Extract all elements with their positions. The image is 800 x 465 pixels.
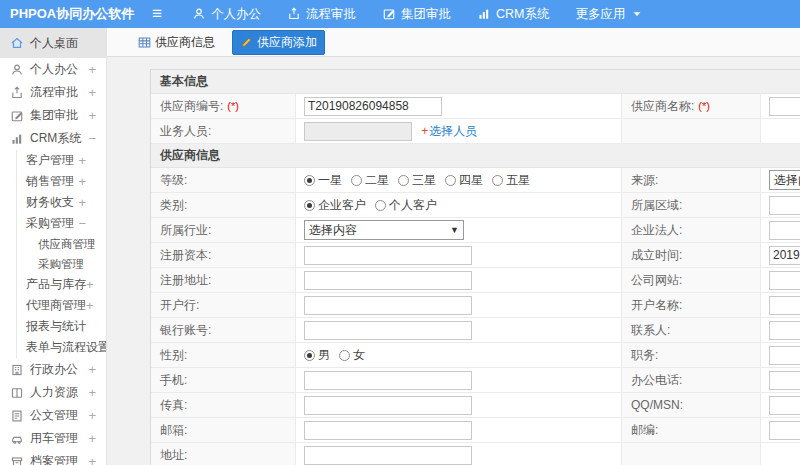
nav-item-personal-office[interactable]: 个人办公 — [192, 6, 261, 23]
sidebar-item-crm-system[interactable]: CRM系统 − — [0, 127, 106, 150]
sidebar-item-form-workflow-settings[interactable]: 表单与流程设置 + — [0, 337, 106, 358]
form-row: 性别: 男 女 职务: — [151, 343, 800, 368]
sidebar-item-workflow-approval[interactable]: 流程审批 + — [0, 81, 106, 104]
field-cell — [296, 368, 622, 392]
sidebar-item-label: 表单与流程设置 — [26, 339, 107, 356]
field-label-email: 邮箱: — [151, 418, 296, 442]
field-cell: 选择内容 ▼ — [761, 168, 800, 192]
zip-code-input[interactable] — [769, 421, 800, 440]
expand-sign: + — [88, 408, 96, 423]
field-cell — [761, 393, 800, 417]
sidebar-item-reports-stats[interactable]: 报表与统计 — [0, 316, 106, 337]
email-input[interactable] — [304, 421, 472, 440]
form-row: 邮箱: 邮编: — [151, 418, 800, 443]
office-phone-input[interactable] — [769, 371, 800, 390]
level-radio-1[interactable]: 二星 — [351, 172, 389, 189]
sidebar-item-sales-mgmt[interactable]: 销售管理 + — [0, 171, 106, 192]
nav-item-workflow-approval[interactable]: 流程审批 — [287, 6, 356, 23]
tab-supplier-add[interactable]: 供应商添加 — [232, 30, 325, 55]
expand-sign: + — [88, 385, 96, 400]
founded-date-input[interactable] — [769, 246, 800, 265]
sales-person-input[interactable] — [304, 122, 412, 141]
gender-radio-1[interactable]: 女 — [339, 347, 365, 364]
category-radio-0[interactable]: 企业客户 — [304, 197, 366, 214]
sidebar-item-customer-mgmt[interactable]: 客户管理 + — [0, 150, 106, 171]
nav-item-label: 个人办公 — [211, 6, 261, 23]
sidebar-item-finance-income-expense[interactable]: 财务收支 + — [0, 192, 106, 213]
sidebar-item-personal-office[interactable]: 个人办公 + — [0, 58, 106, 81]
app-window: PHPOA协同办公软件 ≡ 个人办公流程审批集团审批CRM系统更多应用 个人桌面… — [0, 0, 800, 465]
field-cell — [761, 218, 800, 242]
sidebar-item-admin-office[interactable]: 行政办公 + — [0, 358, 106, 381]
legal-person-input[interactable] — [769, 221, 800, 240]
company-website-input[interactable] — [769, 271, 800, 290]
car-icon — [10, 432, 24, 446]
qq-msn-input[interactable] — [769, 396, 800, 415]
tab-supplier-info[interactable]: 供应商信息 — [131, 31, 222, 54]
sidebar-item-human-resources[interactable]: 人力资源 + — [0, 381, 106, 404]
contact-person-input[interactable] — [769, 321, 800, 340]
source-select[interactable]: 选择内容 ▼ — [769, 170, 800, 190]
sales-person-picker-link[interactable]: +选择人员 — [421, 124, 477, 138]
field-label-source: 来源: — [622, 168, 761, 192]
sidebar-item-purchase-mgmt[interactable]: 采购管理 − — [0, 213, 106, 234]
radio-icon — [398, 175, 409, 186]
radio-icon — [304, 200, 315, 211]
sidebar-item-document-mgmt[interactable]: 公文管理 + — [0, 404, 106, 427]
category-radio-1[interactable]: 个人客户 — [375, 197, 437, 214]
sidebar-item-vehicle-mgmt[interactable]: 用车管理 + — [0, 427, 106, 450]
mobile-input[interactable] — [304, 371, 472, 390]
field-label-account-name: 开户名称: — [622, 293, 761, 317]
supplier-code-input[interactable] — [304, 97, 442, 116]
level-radio-3[interactable]: 四星 — [445, 172, 483, 189]
registered-capital-input[interactable] — [304, 246, 472, 265]
field-cell — [296, 293, 622, 317]
tab-label: 供应商添加 — [257, 34, 317, 51]
doc-icon — [10, 409, 24, 423]
nav-item-crm-system[interactable]: CRM系统 — [477, 6, 549, 23]
gender-radio-0[interactable]: 男 — [304, 347, 330, 364]
field-label-contact-person: 联系人: — [622, 318, 761, 342]
table-icon — [138, 36, 151, 49]
field-label-mobile: 手机: — [151, 368, 296, 392]
tab-bar: 供应商信息 供应商添加 — [107, 28, 800, 57]
account-name-input[interactable] — [769, 296, 800, 315]
form-row: 所属行业: 选择内容 ▼ 企业法人: — [151, 218, 800, 243]
sidebar-item-personal-desktop[interactable]: 个人桌面 — [0, 28, 106, 58]
industry-select[interactable]: 选择内容 ▼ — [304, 220, 464, 240]
sidebar-item-agent-mgmt[interactable]: 代理商管理 + — [0, 295, 106, 316]
top-nav: 个人办公流程审批集团审批CRM系统更多应用 — [192, 6, 644, 23]
expand-sign: + — [86, 298, 94, 313]
position-input[interactable] — [769, 346, 800, 365]
registered-address-input[interactable] — [304, 271, 472, 290]
sidebar-item-archive-mgmt[interactable]: 档案管理 + — [0, 450, 106, 465]
level-radio-4[interactable]: 五星 — [492, 172, 530, 189]
region-input[interactable] — [769, 196, 800, 215]
bank-account-input[interactable] — [304, 321, 472, 340]
field-cell — [761, 318, 800, 342]
user-icon — [10, 63, 24, 77]
nav-item-group-approval[interactable]: 集团审批 — [382, 6, 451, 23]
expand-sign: + — [78, 195, 86, 210]
field-label-legal-person: 企业法人: — [622, 218, 761, 242]
supplier-name-input[interactable] — [769, 97, 800, 116]
sidebar-item-supplier-mgmt[interactable]: 供应商管理 — [0, 234, 106, 254]
field-label-empty — [622, 119, 761, 143]
address-input[interactable] — [304, 446, 472, 465]
fax-input[interactable] — [304, 396, 472, 415]
required-mark: (*) — [227, 100, 239, 112]
sidebar-item-purchasing-mgmt[interactable]: 采购管理 — [0, 254, 106, 274]
caret-down-icon: ▼ — [450, 225, 459, 235]
field-cell — [761, 193, 800, 217]
sidebar-item-group-approval[interactable]: 集团审批 + — [0, 104, 106, 127]
field-cell: 男 女 — [296, 343, 622, 367]
field-cell — [761, 293, 800, 317]
nav-item-more-apps[interactable]: 更多应用 — [575, 6, 644, 23]
level-radio-0[interactable]: 一星 — [304, 172, 342, 189]
level-radio-2[interactable]: 三星 — [398, 172, 436, 189]
sidebar-item-product-inventory[interactable]: 产品与库存 + — [0, 274, 106, 295]
menu-toggle-icon[interactable]: ≡ — [152, 0, 162, 28]
sidebar-item-label: 采购管理 — [26, 215, 74, 232]
bank-branch-input[interactable] — [304, 296, 472, 315]
field-label-founded-date: 成立时间: — [622, 243, 761, 267]
